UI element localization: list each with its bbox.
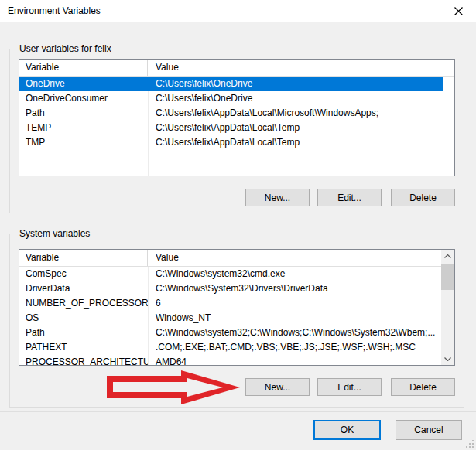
table-row[interactable]: PATHEXT.COM;.EXE;.BAT;.CMD;.VBS;.VBE;.JS… — [19, 340, 443, 355]
table-row[interactable]: OneDriveConsumerC:\Users\felix\OneDrive — [19, 91, 454, 106]
column-header-variable[interactable]: Variable — [19, 60, 148, 76]
cell-variable: OneDrive — [19, 77, 148, 91]
table-row[interactable]: ComSpecC:\Windows\system32\cmd.exe — [19, 267, 443, 281]
titlebar: Environment Variables — [0, 0, 476, 22]
column-header-variable[interactable]: Variable — [19, 250, 148, 266]
user-delete-button[interactable]: Delete — [391, 189, 455, 206]
close-icon — [454, 6, 464, 16]
cell-variable: TMP — [19, 135, 148, 150]
cell-variable: TEMP — [19, 121, 148, 135]
table-row[interactable]: OneDriveC:\Users\felix\OneDrive — [19, 77, 443, 91]
cell-variable: NUMBER_OF_PROCESSORS — [19, 296, 148, 311]
cell-value: 6 — [148, 296, 443, 311]
cell-value: C:\Users\felix\AppData\Local\Microsoft\W… — [148, 106, 454, 121]
chevron-up-icon — [444, 254, 451, 258]
system-variables-table[interactable]: Variable Value ComSpecC:\Windows\system3… — [19, 249, 455, 366]
table-row[interactable]: OSWindows_NT — [19, 311, 443, 326]
user-new-button[interactable]: New... — [245, 189, 310, 206]
cancel-button[interactable]: Cancel — [396, 420, 462, 440]
cell-value: AMD64 — [148, 355, 443, 366]
ok-button[interactable]: OK — [313, 420, 381, 440]
user-table-header: Variable Value — [19, 60, 454, 77]
system-table-header: Variable Value — [19, 250, 443, 267]
resize-grip-icon[interactable] — [465, 439, 474, 448]
table-row[interactable]: PathC:\Users\felix\AppData\Local\Microso… — [19, 106, 454, 121]
cell-value: C:\Windows\system32;C:\Windows;C:\Window… — [148, 326, 443, 340]
user-variables-table[interactable]: Variable Value OneDriveC:\Users\felix\On… — [19, 59, 455, 176]
environment-variables-dialog: Environment Variables User variables for… — [0, 0, 476, 450]
cell-value: C:\Users\felix\OneDrive — [148, 77, 443, 91]
cell-value: C:\Users\felix\AppData\Local\Temp — [148, 121, 454, 135]
cell-variable: OneDriveConsumer — [19, 91, 148, 106]
system-variables-rows: ComSpecC:\Windows\system32\cmd.exeDriver… — [19, 267, 443, 366]
table-row[interactable]: NUMBER_OF_PROCESSORS6 — [19, 296, 443, 311]
footer-divider — [0, 411, 476, 412]
cell-value: C:\Windows\system32\cmd.exe — [148, 267, 443, 281]
table-row[interactable]: TEMPC:\Users\felix\AppData\Local\Temp — [19, 121, 454, 135]
column-header-value[interactable]: Value — [148, 250, 443, 266]
system-new-button[interactable]: New... — [245, 378, 310, 396]
scroll-down-button[interactable] — [441, 353, 454, 365]
cell-variable: Path — [19, 106, 148, 121]
table-row[interactable]: DriverDataC:\Windows\System32\Drivers\Dr… — [19, 281, 443, 296]
scrollbar-thumb[interactable] — [441, 264, 454, 290]
cell-value: .COM;.EXE;.BAT;.CMD;.VBS;.VBE;.JS;.JSE;.… — [148, 340, 443, 355]
cell-variable: PATHEXT — [19, 340, 148, 355]
system-delete-button[interactable]: Delete — [391, 378, 455, 396]
cell-variable: Path — [19, 326, 148, 340]
table-row[interactable]: PROCESSOR_ARCHITECTUREAMD64 — [19, 355, 443, 366]
window-title: Environment Variables — [8, 0, 101, 22]
user-variables-group-label: User variables for felix — [16, 43, 115, 54]
system-edit-button[interactable]: Edit... — [317, 378, 382, 396]
cell-value: C:\Windows\System32\Drivers\DriverData — [148, 281, 443, 296]
user-edit-button[interactable]: Edit... — [317, 189, 382, 206]
close-button[interactable] — [447, 2, 470, 19]
scroll-up-button[interactable] — [441, 250, 454, 262]
vertical-scrollbar[interactable] — [441, 250, 454, 365]
cell-variable: PROCESSOR_ARCHITECTURE — [19, 355, 148, 366]
table-row[interactable]: PathC:\Windows\system32;C:\Windows;C:\Wi… — [19, 326, 443, 340]
cell-value: C:\Users\felix\OneDrive — [148, 91, 454, 106]
chevron-down-icon — [444, 357, 451, 361]
table-row[interactable]: TMPC:\Users\felix\AppData\Local\Temp — [19, 135, 454, 150]
cell-variable: OS — [19, 311, 148, 326]
cell-value: C:\Users\felix\AppData\Local\Temp — [148, 135, 454, 150]
cell-value: Windows_NT — [148, 311, 443, 326]
cell-variable: ComSpec — [19, 267, 148, 281]
cell-variable: DriverData — [19, 281, 148, 296]
user-variables-rows: OneDriveC:\Users\felix\OneDriveOneDriveC… — [19, 77, 454, 150]
system-variables-group-label: System variables — [16, 228, 93, 239]
column-header-value[interactable]: Value — [148, 60, 454, 76]
